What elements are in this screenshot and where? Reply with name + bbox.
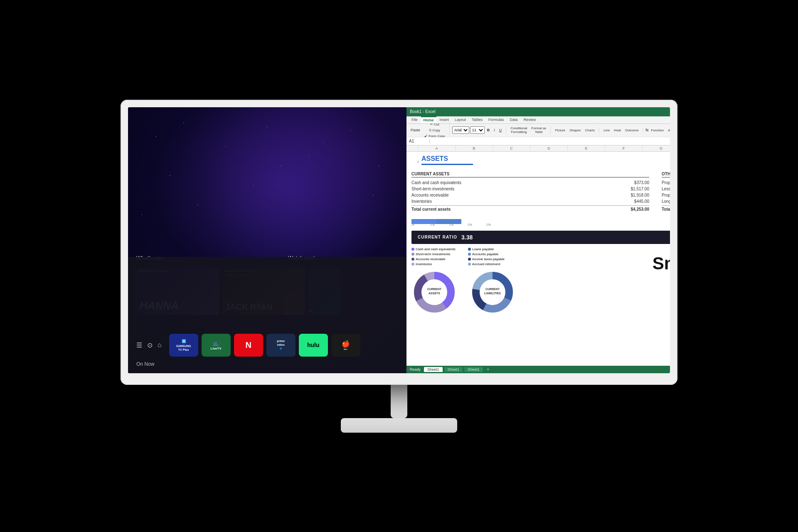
analysis-group: Line Heat Outcome [602, 128, 643, 133]
current-assets-donut-svg: CURRENT ASSETS [411, 269, 457, 315]
font-group: Arial 11 B I U [452, 126, 507, 134]
shapes-button[interactable]: Shapes [568, 128, 582, 133]
sheet-tab-3[interactable]: Sheet1 [464, 367, 483, 372]
excel-title: Book1 - Excel [410, 109, 436, 114]
insert-group: Picture Shapes Charts [553, 128, 599, 133]
col-e[interactable]: E [568, 145, 605, 151]
font-selector[interactable]: Arial [452, 126, 469, 134]
font-size-selector[interactable]: 11 [470, 126, 485, 134]
asset-row-property: Property, plant $10,963.00 [662, 180, 670, 186]
legend-label-loans: Loans payable [472, 247, 494, 251]
svg-text:15k: 15k [449, 223, 454, 226]
stand-base [341, 418, 457, 433]
app-livetv[interactable]: 📺 LiveTV [202, 334, 231, 357]
cut-button[interactable]: ✂ Cut [423, 122, 447, 127]
svg-text:ASSETS: ASSETS [429, 292, 440, 295]
picture-button[interactable]: Picture [553, 128, 567, 133]
current-assets-legend: Cash and cash equivalents Short-term Inv… [411, 247, 456, 266]
legend-label-income-taxes: Income taxes payable [472, 257, 505, 261]
asset-value-inventories: $445.00 [624, 199, 649, 204]
sheet-tab-1[interactable]: Sheet1 [424, 367, 443, 372]
asset-name-receivable: Accounts receivable [411, 193, 449, 197]
svg-text:CURRENT: CURRENT [427, 288, 442, 291]
legend-dot-accrued [468, 263, 471, 266]
legend-dot-cash [411, 248, 414, 251]
tab-review[interactable]: Review [521, 117, 539, 123]
add-sheet-button[interactable]: + [485, 367, 492, 372]
asset-row-cash: Cash and cash equivalents $373.00 [411, 180, 649, 186]
autosum-button[interactable]: AutoSum [666, 128, 670, 133]
tab-formulas[interactable]: Formulas [486, 117, 507, 123]
app-netflix[interactable]: N [234, 334, 263, 357]
tab-data[interactable]: Data [507, 117, 520, 123]
col-a[interactable]: A [418, 145, 456, 151]
asset-name-total-current: Total current assets [411, 207, 451, 212]
tv-panel: What's new Watch next AMAZON ORIGINAL HA… [128, 107, 406, 373]
legends-container: Cash and cash equivalents Short-term Inv… [411, 247, 515, 266]
copy-button[interactable]: ⎘ Copy [423, 128, 447, 133]
col-f[interactable]: F [605, 145, 643, 151]
asset-row-depreciation: Less accumulated depreciation -$3,098.00 [662, 186, 670, 192]
asset-value-investments: $1,517.00 [624, 187, 649, 191]
excel-titlebar: Book1 - Excel ─ □ ✕ [406, 107, 670, 116]
menu-icon[interactable]: ☰ [136, 341, 142, 349]
format-as-table-button[interactable]: Format asTable [530, 126, 548, 135]
asset-value-total-current: $4,253.00 [624, 207, 649, 212]
assets-table-area: CURRENT ASSETS Cash and cash equivalents… [411, 172, 670, 212]
asset-row-longterm: Long-term cash investments $1,972.00 [662, 198, 670, 204]
bar-chart-container: 5k 10k 15k 20k 25k [411, 217, 495, 227]
svg-text:CURRENT: CURRENT [485, 288, 500, 291]
legend-accrued: Accrued retirement [468, 262, 505, 266]
asset-name-property-net: Property, plant(net) [662, 193, 670, 197]
outcome-button[interactable]: Outcome [623, 128, 640, 133]
charts-button[interactable]: Charts [583, 128, 596, 133]
asset-value-cash: $373.00 [624, 180, 649, 185]
monitor-wrapper: SAMSUNG What's new Watch next AMAZON ORI… [121, 100, 677, 433]
legend-loans: Loans payable [468, 247, 505, 251]
sheet-tab-2[interactable]: Sheet1 [444, 367, 463, 372]
underline-button[interactable]: U [498, 127, 504, 133]
current-liabilities-legend: Loans payable Accounts payable Income ta… [468, 247, 505, 266]
excel-statusbar: Ready Sheet1 Sheet1 Sheet1 + ▦ ⊞ ⊟ ─────… [406, 366, 670, 373]
col-g[interactable]: G [643, 145, 670, 151]
charts-row: Cash and cash equivalents Short-term Inv… [411, 247, 670, 315]
sheet-tabs-container: Sheet1 Sheet1 Sheet1 + [424, 367, 670, 372]
line-button[interactable]: Line [602, 128, 611, 133]
col-c[interactable]: C [493, 145, 530, 151]
asset-row-total-current: Total current assets $4,253.00 [411, 205, 649, 212]
home-icon[interactable]: ⌂ [158, 341, 162, 349]
tab-tables[interactable]: Tables [469, 117, 485, 123]
bold-button[interactable]: B [485, 127, 492, 133]
app-samsung-tvplus[interactable]: ▣ SAMSUNGTV Plus [169, 334, 198, 357]
col-b[interactable]: B [456, 145, 493, 151]
legend-label-accrued: Accrued retirement [472, 262, 500, 266]
app-apple-tv[interactable]: 🍎 tv+ [331, 334, 360, 357]
heat-button[interactable]: Heat [612, 128, 623, 133]
other-assets-title: OTHER ASSETS [662, 172, 670, 177]
asset-name-longterm: Long-term cash investments [662, 199, 670, 204]
conditional-format-button[interactable]: ConditionalFormatting [509, 126, 529, 135]
column-headers: A B C D E F G H I J K L M [406, 145, 670, 152]
asset-row-investments: Short-term investments $1,517.00 [411, 186, 649, 192]
asset-row-inventories: Inventories $445.00 [411, 198, 649, 204]
app-hulu[interactable]: hulu [299, 334, 328, 357]
smart-monitor-text: Smart Monitor [653, 247, 670, 276]
col-d[interactable]: D [530, 145, 568, 151]
excel-toolbar: Paste ✂ Cut ⎘ Copy 🖌 Form Copy Arial 11 [406, 124, 670, 137]
excel-content-area: 3 ASSETS CURRENT ASSETS Cash and cash eq… [406, 152, 670, 366]
paste-button[interactable]: Paste [409, 127, 422, 133]
current-ratio-label: CURRENT RATIO [418, 235, 457, 239]
legend-dot-inventories [411, 263, 414, 266]
profile-icon[interactable]: ⊙ [147, 341, 153, 349]
italic-button[interactable]: I [492, 127, 497, 133]
donut-charts-container: CURRENT ASSETS [411, 269, 515, 315]
legend-inventories: Inventories [411, 262, 456, 266]
asset-row-total-other: Total other assets $10,309.00 [662, 205, 670, 212]
current-assets-title: CURRENT ASSETS [411, 172, 649, 177]
app-prime-video[interactable]: primevideo ▼ [266, 334, 296, 357]
format-group: ConditionalFormatting Format asTable [509, 126, 551, 135]
legend-label-inventories: Inventories [416, 262, 432, 266]
function-button[interactable]: Function [650, 128, 666, 133]
tab-layout[interactable]: Layout [452, 117, 468, 123]
legend-dot-accounts-rec [411, 258, 414, 261]
